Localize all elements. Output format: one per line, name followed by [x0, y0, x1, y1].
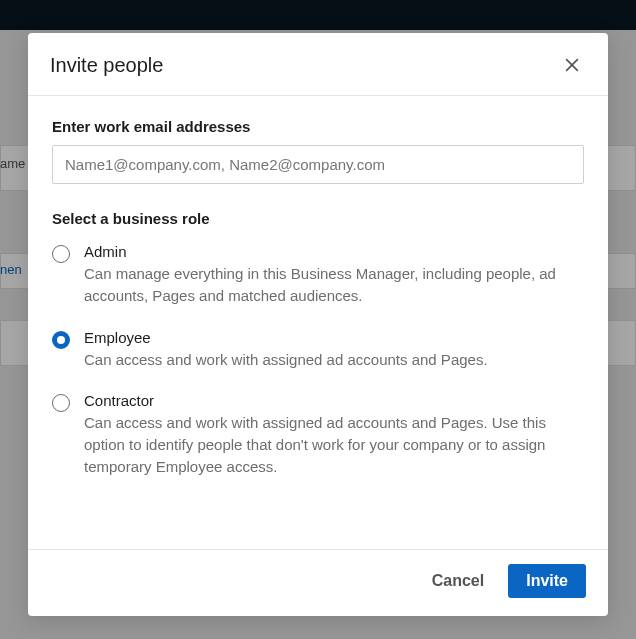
role-description: Can manage everything in this Business M… [84, 263, 584, 307]
radio-text: Contractor Can access and work with assi… [84, 392, 584, 477]
radio-text: Employee Can access and work with assign… [84, 329, 584, 371]
role-label: Admin [84, 243, 584, 260]
email-field-label: Enter work email addresses [52, 118, 584, 135]
invite-people-modal: Invite people Enter work email addresses… [28, 33, 608, 616]
role-label: Employee [84, 329, 584, 346]
role-description: Can access and work with assigned ad acc… [84, 412, 584, 477]
close-button[interactable] [558, 51, 586, 79]
radio-icon [52, 245, 70, 263]
role-section-label: Select a business role [52, 210, 584, 227]
modal-header: Invite people [28, 33, 608, 96]
radio-text: Admin Can manage everything in this Busi… [84, 243, 584, 307]
app-backdrop: ame nen Invite people Enter work email a… [0, 0, 636, 639]
close-icon [562, 55, 582, 75]
radio-icon [52, 394, 70, 412]
modal-footer: Cancel Invite [28, 549, 608, 616]
modal-body: Enter work email addresses Select a busi… [28, 96, 608, 549]
role-label: Contractor [84, 392, 584, 409]
role-description: Can access and work with assigned ad acc… [84, 349, 584, 371]
role-option-admin[interactable]: Admin Can manage everything in this Busi… [52, 243, 584, 307]
role-option-contractor[interactable]: Contractor Can access and work with assi… [52, 392, 584, 477]
cancel-button[interactable]: Cancel [422, 564, 494, 598]
radio-icon [52, 331, 70, 349]
role-option-employee[interactable]: Employee Can access and work with assign… [52, 329, 584, 371]
modal-title: Invite people [50, 54, 163, 77]
invite-button[interactable]: Invite [508, 564, 586, 598]
email-input[interactable] [52, 145, 584, 184]
